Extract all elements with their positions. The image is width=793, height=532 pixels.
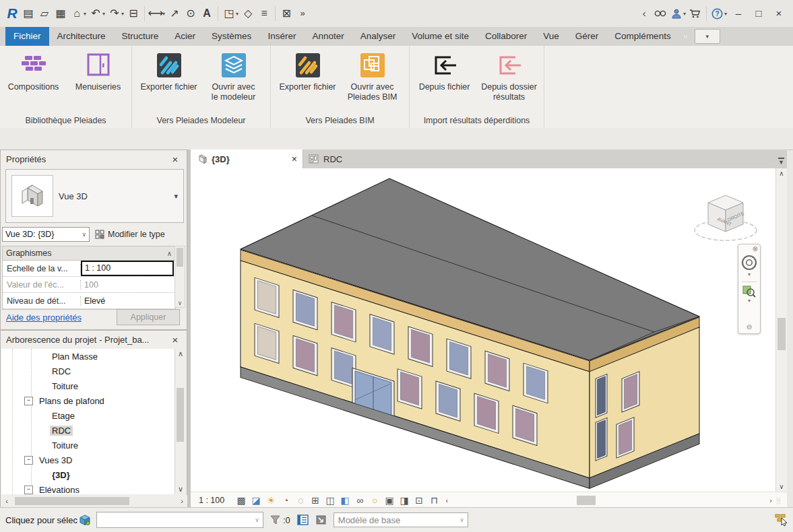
tree-item-label[interactable]: RDC [50, 426, 73, 436]
tab-fichier[interactable]: Fichier [5, 27, 49, 46]
scroll-up-icon[interactable]: ∧ [776, 170, 787, 177]
scrollbar-thumb[interactable] [15, 497, 129, 505]
scroll-down-icon[interactable]: ∨ [776, 483, 787, 490]
tree-item-plans-de-plafond[interactable]: −Plans de plafond [1, 393, 177, 408]
tab-inserer[interactable]: Insérer [259, 27, 304, 46]
revit-logo[interactable]: R [4, 5, 20, 22]
scroll-up-icon[interactable]: ∧ [175, 350, 186, 358]
tree-item-toiture-2[interactable]: Toiture [1, 438, 177, 453]
view-tab-3d[interactable]: {3D} × [191, 149, 303, 168]
scrollbar-thumb[interactable] [778, 318, 786, 350]
depuis-fichier-button[interactable]: Depuis fichier [414, 49, 476, 104]
editable-only-icon[interactable] [297, 514, 309, 525]
shadows-icon[interactable]: ◔ [278, 495, 293, 506]
reveal-hidden-elements-icon[interactable]: ∞ [352, 495, 367, 506]
store-cart-icon[interactable] [687, 5, 703, 22]
view-instance-combo[interactable]: Vue 3D: {3D} ∨ [2, 227, 90, 242]
ouvrir-avec-pleiades-bim-button[interactable]: Ouvrir avec Pleiades BIM [342, 49, 404, 104]
detail-level-icon[interactable]: ▩ [234, 495, 249, 506]
rendering-icon[interactable]: ◌ [293, 495, 308, 506]
tree-item-rdc[interactable]: RDC [1, 364, 177, 378]
type-selector-caret-icon[interactable]: ▾ [174, 192, 178, 201]
text-icon[interactable]: A [199, 5, 215, 22]
navbar-zoom-caret-icon[interactable]: ▾ [748, 298, 751, 306]
tree-item-plan-masse[interactable]: Plan Masse [1, 349, 177, 364]
menuiseries-button[interactable]: Menuiseries [67, 49, 129, 94]
scrollbar-thumb[interactable] [177, 388, 184, 442]
tab-gerer[interactable]: Gérer [567, 27, 607, 46]
properties-close-button[interactable]: × [169, 154, 181, 165]
undo-icon[interactable]: ↶ [88, 5, 104, 22]
sun-path-icon[interactable]: ☀ [263, 495, 278, 506]
signin-caret-icon[interactable]: ▾ [683, 11, 686, 17]
collapse-expander-icon[interactable]: − [24, 397, 33, 405]
locked-3d-view-icon[interactable]: ⊓ [426, 495, 441, 506]
tree-item-vues-3d[interactable]: −Vues 3D [1, 453, 177, 467]
tree-item-toiture[interactable]: Toiture [1, 378, 177, 393]
redo-icon[interactable]: ↷ [106, 5, 123, 22]
drawing-area[interactable]: AVANT DROITE ⊗ ▾ ▾ ⊖ [191, 168, 775, 492]
measure-caret-icon[interactable]: ▾ [162, 11, 165, 17]
view-tab-list-icon[interactable]: ▼ [778, 158, 784, 165]
scroll-right-icon[interactable]: › [765, 496, 776, 504]
worksets-cube-icon[interactable] [79, 514, 91, 526]
tree-item-3d-view[interactable]: {3D} [1, 467, 177, 482]
scale-value-input[interactable]: 1 : 100 [81, 261, 174, 276]
collapse-expander-icon[interactable]: − [24, 486, 33, 494]
measure-icon[interactable]: ⟷ [148, 5, 164, 22]
close-hidden-windows-icon[interactable]: ⊠ [278, 5, 294, 22]
thin-lines-icon[interactable]: ≡ [256, 5, 272, 22]
print-icon[interactable]: ⊟ [125, 5, 141, 22]
navbar-close-icon[interactable]: ⊗ [753, 244, 758, 254]
view-tab-rdc[interactable]: RDC [303, 149, 378, 168]
analytical-model-icon[interactable]: ▣ [382, 495, 397, 506]
tree-item-label[interactable]: Toiture [50, 381, 80, 391]
ouvrir-avec-modeleur-button[interactable]: Ouvrir avec le modeleur [203, 49, 265, 104]
tab-vue[interactable]: Vue [535, 27, 567, 46]
visual-style-icon[interactable]: ◪ [249, 495, 263, 506]
tree-item-label[interactable]: RDC [50, 366, 73, 376]
scroll-down-icon[interactable]: ∨ [175, 485, 186, 494]
qat-overflow-icon[interactable]: » [294, 5, 311, 22]
editing-requests-icon[interactable] [774, 512, 789, 527]
resize-grip[interactable]: ░ [776, 497, 787, 504]
group-collapse-icon[interactable]: ∧ [167, 250, 172, 257]
browser-close-button[interactable]: × [169, 334, 181, 345]
signin-user-icon[interactable] [668, 5, 685, 22]
tree-item-label[interactable]: Plans de plafond [37, 396, 106, 406]
tree-item-label[interactable]: Elévations [37, 485, 82, 495]
exporter-fichier-modeleur-button[interactable]: Exporter fichier [137, 49, 199, 104]
scrollbar-thumb[interactable] [177, 248, 183, 267]
tree-item-label[interactable]: Plan Masse [50, 352, 100, 362]
tab-structure[interactable]: Structure [114, 27, 167, 46]
scroll-down-icon[interactable]: ∨ [175, 300, 185, 306]
tree-item-label[interactable]: Vues 3D [37, 455, 74, 465]
undo-caret-icon[interactable]: ▾ [102, 11, 105, 17]
depuis-dossier-resultats-button[interactable]: Depuis dossier résultats [478, 49, 540, 104]
view-scale-button[interactable]: 1 : 100 [191, 496, 234, 505]
tree-item-label[interactable]: {3D} [50, 470, 72, 480]
view-tab-close-icon[interactable]: × [292, 154, 297, 164]
view-vertical-scrollbar[interactable]: ∧ ∨ [775, 168, 787, 492]
zoom-icon[interactable] [742, 284, 756, 298]
properties-help-link[interactable]: Aide des propriétés [6, 312, 82, 323]
tab-collaborer[interactable]: Collaborer [477, 27, 535, 46]
tab-acier[interactable]: Acier [166, 27, 203, 46]
scroll-left-icon[interactable]: ‹ [1, 497, 12, 505]
browser-vertical-scrollbar[interactable]: ∧ ∨ [175, 349, 186, 494]
compositions-button[interactable]: Compositions [3, 49, 65, 94]
default-3d-view-caret-icon[interactable]: ▾ [236, 11, 239, 17]
window-minimize-button[interactable]: – [728, 5, 749, 22]
open-icon[interactable]: ▱ [36, 5, 53, 22]
collapse-expander-icon[interactable]: − [24, 456, 33, 465]
window-close-button[interactable]: × [769, 5, 789, 22]
scroll-right-icon[interactable]: › [177, 497, 187, 505]
tag-icon[interactable]: ⊙ [183, 5, 199, 22]
scrollbar-thumb[interactable] [577, 496, 596, 505]
show-crop-region-icon[interactable]: ◫ [323, 495, 338, 506]
help-caret-icon[interactable]: ▾ [724, 11, 727, 17]
navbar-minimize-icon[interactable]: ⊖ [747, 323, 752, 332]
tab-architecture[interactable]: Architecture [49, 27, 114, 46]
properties-scrollbar[interactable]: ∨ [175, 246, 185, 308]
modify-type-button[interactable]: Modifier le type [95, 230, 165, 240]
